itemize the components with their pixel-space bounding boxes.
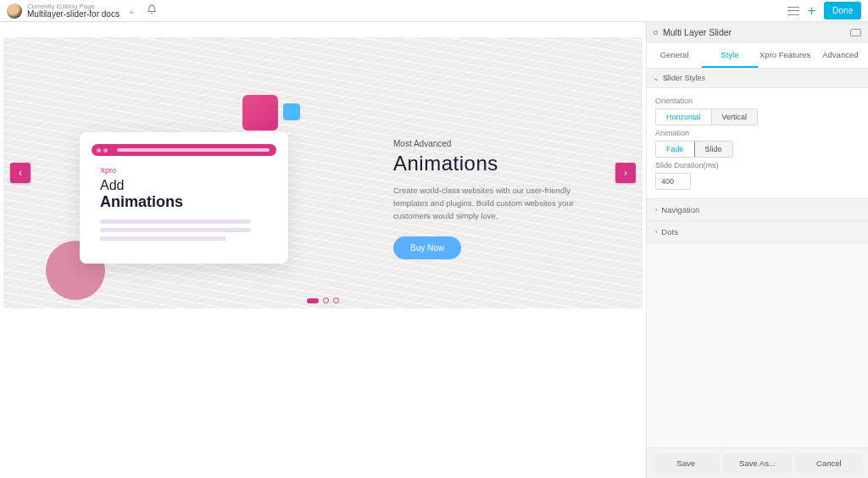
card-title-1: Add — [100, 178, 268, 193]
settings-panel: Multi Layer Slider General Style Xpro Fe… — [646, 22, 868, 478]
orientation-horizontal[interactable]: Horizontal — [656, 109, 711, 125]
panel-title: Multi Layer Slider — [663, 27, 850, 37]
skeleton-line — [100, 228, 251, 232]
orientation-label: Orientation — [655, 97, 860, 105]
chevron-down-icon[interactable]: ⌄ — [128, 6, 135, 15]
section-dots[interactable]: › Dots — [647, 220, 868, 242]
pager-dot[interactable] — [333, 297, 339, 303]
slider-styles-body: Orientation Horizontal Vertical Animatio… — [647, 88, 868, 198]
animation-slide[interactable]: Slide — [694, 142, 732, 157]
decor-blue-square — [283, 103, 300, 120]
top-bar: Currently Editing Page Multilayer-slider… — [0, 0, 868, 22]
pager-active[interactable] — [307, 298, 319, 303]
animation-fade[interactable]: Fade — [655, 141, 695, 158]
next-arrow[interactable]: › — [615, 163, 636, 183]
cancel-button[interactable]: Cancel — [795, 453, 863, 473]
mock-browser-card: Xpro Add Animations — [80, 132, 288, 264]
slide-pager — [307, 297, 339, 303]
panel-footer: Save Save As... Cancel — [647, 447, 868, 478]
pager-dot[interactable] — [323, 297, 329, 303]
section-slider-styles[interactable]: ⌄ Slider Styles ☟ — [647, 69, 868, 88]
tab-advanced[interactable]: Advanced — [813, 43, 868, 68]
orientation-vertical[interactable]: Vertical — [711, 109, 758, 125]
dots-label: Dots — [661, 227, 678, 236]
decor-pink-square — [242, 95, 278, 131]
orientation-segment: Horizontal Vertical — [655, 108, 758, 125]
section-navigation[interactable]: › Navigation — [647, 199, 868, 220]
canvas: Xpro Add Animations Most Advanced Animat… — [0, 22, 646, 478]
bell-icon[interactable] — [147, 4, 157, 17]
add-icon[interactable]: + — [808, 3, 815, 19]
hero-subtitle: Most Advanced — [393, 139, 588, 148]
brand-label: Xpro — [100, 166, 268, 175]
prev-arrow[interactable]: ‹ — [10, 163, 31, 183]
card-title-2: Animations — [100, 193, 268, 211]
animation-label: Animation — [655, 129, 860, 137]
page-meta[interactable]: Currently Editing Page Multilayer-slider… — [27, 3, 120, 19]
chevron-down-icon: ⌄ — [654, 75, 659, 82]
page-title: Multilayer-slider-for docs — [27, 10, 120, 19]
navigation-label: Navigation — [661, 205, 699, 214]
hero-title: Animations — [393, 152, 588, 175]
outline-icon[interactable] — [787, 7, 799, 15]
tab-general[interactable]: General — [647, 43, 702, 68]
breadcrumb-dot-icon[interactable] — [654, 31, 658, 35]
panel-header: Multi Layer Slider — [647, 22, 868, 43]
save-as-button[interactable]: Save As... — [723, 453, 791, 473]
accordion: › Navigation › Dots — [647, 198, 868, 243]
hero-text: Most Advanced Animations Create world-cl… — [393, 139, 588, 259]
tab-xpro-features[interactable]: Xpro Features — [758, 43, 813, 68]
duration-input[interactable] — [655, 173, 691, 190]
tab-style[interactable]: Style — [702, 43, 757, 68]
skeleton-line — [100, 236, 226, 241]
slider-preview[interactable]: Xpro Add Animations Most Advanced Animat… — [3, 37, 643, 308]
panel-tabs: General Style Xpro Features Advanced — [647, 43, 868, 69]
responsive-icon[interactable] — [850, 29, 861, 36]
chevron-right-icon: › — [655, 207, 657, 213]
buy-button[interactable]: Buy Now — [393, 236, 461, 259]
animation-segment: Fade Slide — [655, 141, 733, 158]
section-label: Slider Styles — [663, 74, 705, 82]
cursor-icon: ☟ — [664, 74, 669, 83]
chevron-right-icon: › — [655, 229, 657, 235]
skeleton-line — [100, 220, 251, 224]
hero-description: Create world-class websites with our use… — [393, 184, 588, 223]
done-button[interactable]: Done — [824, 2, 861, 19]
card-titlebar — [92, 144, 276, 156]
user-avatar[interactable] — [7, 3, 22, 19]
duration-label: Slide Duration(ms) — [655, 161, 860, 170]
save-button[interactable]: Save — [652, 453, 720, 473]
